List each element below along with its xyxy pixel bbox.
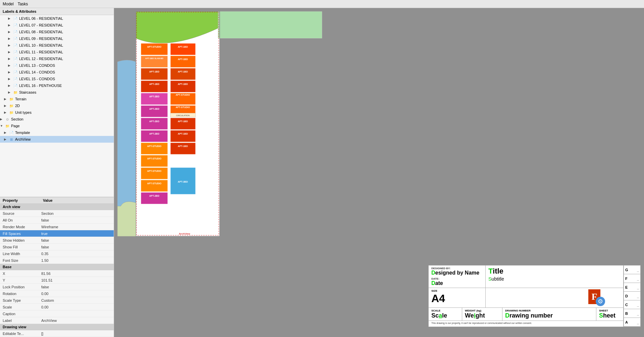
svg-text:APT-STUDIO: APT-STUDIO bbox=[147, 182, 162, 185]
props-row-y[interactable]: Y101.51 bbox=[0, 277, 114, 284]
tree-arrow[interactable]: ▶ bbox=[4, 104, 9, 107]
tree-label: Section bbox=[11, 117, 23, 121]
rev-value: _ bbox=[637, 303, 639, 307]
revision-item-C: C_ bbox=[624, 300, 640, 309]
props-row-show-hidden[interactable]: Show Hiddenfalse bbox=[0, 237, 114, 244]
tree-arrow[interactable]: ▶ bbox=[8, 70, 13, 74]
tree-item-terrain[interactable]: ▶📁Terrain bbox=[0, 96, 114, 102]
tb-revisions: G_F_E_D_C_B_A_ bbox=[624, 266, 640, 327]
props-row-fill-spaces[interactable]: Fill Spacestrue bbox=[0, 230, 114, 237]
tree-label: LEVEL 07 - RESIDENTIAL bbox=[19, 23, 63, 27]
svg-text:ArchView: ArchView bbox=[179, 232, 190, 235]
props-row-scale-type[interactable]: Scale TypeCustom bbox=[0, 297, 114, 304]
tree-item-level13[interactable]: ▶📄LEVEL 13 - CONDOS bbox=[0, 62, 114, 69]
prop-name: Scale Type bbox=[3, 298, 41, 302]
tree-arrow[interactable]: ▶ bbox=[8, 84, 13, 87]
tree-label: LEVEL 12 - RESIDENTIAL bbox=[19, 57, 63, 61]
tree-label: Page bbox=[11, 124, 20, 128]
rev-value: _ bbox=[637, 294, 639, 298]
svg-text:APT-1BD: APT-1BD bbox=[178, 70, 188, 73]
props-group-header-0: Arch view bbox=[0, 204, 114, 210]
revision-item-D: D_ bbox=[624, 292, 640, 300]
tree-arrow[interactable]: ▶ bbox=[4, 138, 9, 141]
tree-arrow[interactable]: ▼ bbox=[0, 124, 5, 128]
svg-rect-34 bbox=[170, 130, 196, 142]
tree-icon-folder: 📁 bbox=[5, 123, 10, 129]
revision-item-B: B_ bbox=[624, 309, 640, 318]
tree-arrow[interactable]: ▶ bbox=[8, 44, 13, 47]
prop-value: 81.56 bbox=[41, 272, 51, 276]
revision-item-F: F_ bbox=[624, 274, 640, 283]
tree-label: Template bbox=[15, 131, 30, 135]
props-row-x[interactable]: X81.56 bbox=[0, 270, 114, 277]
menu-tasks[interactable]: Tasks bbox=[18, 2, 28, 6]
date-value: Date bbox=[431, 280, 483, 286]
props-row-all-on[interactable]: All Onfalse bbox=[0, 217, 114, 224]
tree-arrow[interactable]: ▶ bbox=[8, 37, 13, 40]
menu-model[interactable]: Model bbox=[3, 2, 14, 6]
props-row-label[interactable]: LabelArchView bbox=[0, 317, 114, 324]
tree-icon-doc: 📄 bbox=[13, 69, 18, 75]
tree-arrow[interactable]: ▶ bbox=[8, 17, 13, 20]
svg-rect-22 bbox=[141, 105, 168, 117]
tree-item-level09[interactable]: ▶📄LEVEL 09 - RESIDENTIAL bbox=[0, 35, 114, 42]
tree-arrow[interactable]: ▶ bbox=[4, 131, 9, 134]
tree-arrow[interactable]: ▶ bbox=[8, 64, 13, 67]
tree-item-level15[interactable]: ▶📄LEVEL 15 - CONDOS bbox=[0, 76, 114, 82]
rev-value: _ bbox=[637, 268, 639, 272]
prop-value: 101.51 bbox=[41, 278, 53, 282]
revision-item-A: A_ bbox=[624, 318, 640, 327]
tree-arrow[interactable]: ▶ bbox=[0, 117, 5, 121]
subtitle-rest: ubtitle bbox=[491, 276, 504, 282]
tree-item-level16[interactable]: ▶📄LEVEL 16 - PENTHOUSE bbox=[0, 82, 114, 89]
prop-value: ArchView bbox=[41, 319, 57, 323]
props-row-caption[interactable]: Caption bbox=[0, 310, 114, 317]
tree-arrow[interactable]: ▶ bbox=[8, 23, 13, 27]
tree-item-level12[interactable]: ▶📄LEVEL 12 - RESIDENTIAL bbox=[0, 55, 114, 62]
svg-text:APT-1BD: APT-1BD bbox=[178, 46, 188, 48]
tree-item-level08[interactable]: ▶📄LEVEL 08 - RESIDENTIAL bbox=[0, 29, 114, 35]
disclaimer: This drawing is our property, it can't b… bbox=[429, 321, 623, 325]
tree-arrow[interactable]: ▶ bbox=[8, 57, 13, 60]
props-section: Property Value Arch viewSourceSectionAll… bbox=[0, 197, 114, 337]
props-row-scale[interactable]: Scale0.00 bbox=[0, 304, 114, 310]
tree-item-section[interactable]: ▶⊙Section bbox=[0, 116, 114, 123]
tree-item-unittypes[interactable]: ▶📁Unit types bbox=[0, 109, 114, 116]
props-row-editable-te...[interactable]: Editable Te...[] bbox=[0, 330, 114, 337]
props-row-font-size[interactable]: Font Size1.50 bbox=[0, 257, 114, 264]
tree-item-level07[interactable]: ▶📄LEVEL 07 - RESIDENTIAL bbox=[0, 22, 114, 29]
tree-arrow[interactable]: ▶ bbox=[4, 111, 9, 114]
tree-item-2d[interactable]: ▶📁2D bbox=[0, 102, 114, 109]
tree-arrow[interactable]: ▶ bbox=[8, 30, 13, 34]
props-row-lock-position[interactable]: Lock Positionfalse bbox=[0, 284, 114, 290]
svg-rect-28 bbox=[141, 118, 168, 130]
tree-item-level11[interactable]: ▶📄LEVEL 11 - RESIDENTIAL bbox=[0, 49, 114, 55]
props-row-rotation[interactable]: Rotation0.00 bbox=[0, 290, 114, 297]
tree-item-level06[interactable]: ▶📄LEVEL 06 - RESIDENTIAL bbox=[0, 15, 114, 22]
tree-item-template[interactable]: ▶📄Template bbox=[0, 129, 114, 136]
tree-arrow[interactable]: ▶ bbox=[8, 50, 13, 54]
tree-icon-section: ⊙ bbox=[5, 116, 10, 122]
tree-item-page[interactable]: ▼📁Page bbox=[0, 123, 114, 129]
props-row-source[interactable]: SourceSection bbox=[0, 210, 114, 217]
drawing-green-d: D bbox=[505, 312, 509, 319]
props-row-line-width[interactable]: Line Width0.35 bbox=[0, 250, 114, 257]
weight-value: Weight bbox=[465, 312, 499, 319]
tree-item-archview[interactable]: ▶⊞ArchView bbox=[0, 136, 114, 143]
subtitle-green-s: S bbox=[488, 276, 491, 282]
tree-item-level10[interactable]: ▶📄LEVEL 10 - RESIDENTIAL bbox=[0, 42, 114, 49]
scale-label: SCALE bbox=[431, 309, 459, 312]
svg-rect-36 bbox=[141, 143, 168, 154]
tree-label: LEVEL 15 - CONDOS bbox=[19, 77, 55, 81]
rev-letter: D bbox=[625, 294, 628, 298]
tree-item-level14[interactable]: ▶📄LEVEL 14 - CONDOS bbox=[0, 69, 114, 76]
svg-rect-38 bbox=[170, 143, 196, 154]
tree-arrow[interactable]: ▶ bbox=[8, 77, 13, 81]
tree-item-staircases[interactable]: ▶📁Staircases bbox=[0, 89, 114, 96]
props-row-render-mode[interactable]: Render ModeWireframe bbox=[0, 224, 114, 230]
props-row-show-fill[interactable]: Show Fillfalse bbox=[0, 244, 114, 250]
tree-arrow[interactable]: ▶ bbox=[8, 91, 13, 94]
drawing-rest: rawing number bbox=[509, 312, 553, 319]
tree-label: LEVEL 14 - CONDOS bbox=[19, 70, 55, 74]
tree-arrow[interactable]: ▶ bbox=[4, 97, 9, 101]
